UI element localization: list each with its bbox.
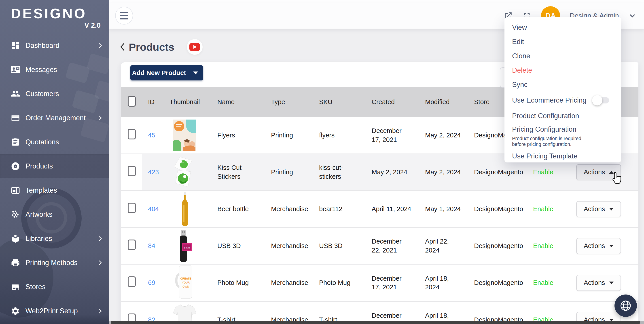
column-header-name[interactable]: Name	[205, 87, 258, 117]
menu-item-view[interactable]: View	[504, 20, 621, 35]
row-checkbox[interactable]	[128, 203, 136, 213]
sidebar-item-stores[interactable]: Stores	[0, 275, 109, 299]
horizontal-scrollbar[interactable]	[109, 321, 644, 324]
product-status[interactable]: Enable	[522, 302, 567, 322]
menu-item-label: Sync	[512, 81, 528, 89]
product-name: Beer bottle	[205, 191, 258, 228]
column-header-id[interactable]: ID	[142, 87, 164, 117]
sidebar-item-label: Order Management	[26, 114, 86, 122]
row-checkbox[interactable]	[128, 240, 136, 250]
menu-item-delete[interactable]: Delete	[504, 63, 621, 77]
actions-button[interactable]: Actions	[576, 201, 621, 217]
sidebar-item-customers[interactable]: Customers	[0, 82, 109, 106]
sidebar-item-order-management[interactable]: Order Management	[0, 106, 109, 130]
actions-button[interactable]: Actions	[576, 238, 621, 254]
row-checkbox[interactable]	[128, 166, 136, 176]
product-created-date: December 17, 2021	[359, 117, 415, 154]
column-header-thumbnail[interactable]: Thumbnail	[164, 87, 205, 117]
product-thumbnail[interactable]	[165, 303, 204, 322]
sidebar-item-quotations[interactable]: Quotations	[0, 130, 109, 154]
product-thumbnail[interactable]: 3 little	[165, 229, 204, 263]
select-all-checkbox[interactable]	[128, 96, 136, 107]
menu-item-label: Delete	[512, 66, 532, 74]
menu-item-pricing-configuration[interactable]: Pricing ConfigurationProduct configurati…	[504, 123, 621, 147]
products-icon	[11, 162, 20, 171]
sidebar-item-label: Web2Print Setup	[26, 307, 78, 315]
actions-button[interactable]: Actions	[576, 164, 621, 180]
ecommerce-pricing-toggle[interactable]	[593, 97, 609, 103]
toggle-knob	[592, 95, 602, 105]
sidebar-item-label: Artworks	[26, 211, 52, 219]
sidebar-item-printing-methods[interactable]: Printing Methods	[0, 251, 109, 275]
product-thumbnail[interactable]	[165, 120, 204, 151]
back-chevron-icon[interactable]	[118, 41, 126, 52]
horizontal-scrollbar-thumb[interactable]	[111, 321, 640, 324]
sidebar-item-messages[interactable]: Messages	[0, 58, 109, 82]
menu-item-clone[interactable]: Clone	[504, 49, 621, 63]
user-chevron-down-icon[interactable]	[628, 12, 636, 20]
product-status[interactable]: Enable	[522, 191, 567, 228]
menu-item-label: Use Ecommerce Pricing	[512, 96, 586, 104]
product-sku: kiss-cut-stickers	[306, 154, 359, 191]
product-status[interactable]: Enable	[522, 264, 567, 302]
product-type: Merchandise	[258, 191, 306, 228]
sidebar-item-dashboard[interactable]: Dashboard	[0, 33, 109, 58]
sidebar-item-label: Printing Methods	[26, 259, 78, 267]
hamburger-menu-button[interactable]	[115, 7, 133, 24]
product-name: T-shirt	[205, 302, 258, 322]
actions-button[interactable]: Actions	[576, 275, 621, 291]
menu-item-use-ecommerce-pricing[interactable]: Use Ecommerce Pricing	[504, 92, 621, 109]
product-id-link[interactable]: 404	[142, 191, 164, 228]
sidebar: DESIGNO V 2.0 DashboardMessagesCustomers…	[0, 0, 109, 324]
add-new-product-button[interactable]: Add New Product	[130, 65, 203, 80]
menu-item-label: Edit	[512, 38, 524, 46]
chevron-right-icon	[97, 259, 104, 266]
product-sku: bear112	[306, 191, 359, 228]
caret-icon	[609, 171, 614, 174]
product-id-link[interactable]: 82	[142, 302, 164, 322]
dashboard-icon	[11, 41, 20, 50]
product-created-date: December 17, 2021	[359, 264, 415, 302]
add-product-dropdown-toggle[interactable]	[188, 71, 203, 74]
hamburger-icon	[120, 12, 128, 13]
sidebar-item-web2print-setup[interactable]: Web2Print Setup	[0, 299, 109, 323]
sidebar-item-label: Stores	[26, 283, 46, 291]
product-thumbnail[interactable]	[165, 156, 204, 188]
printing-methods-icon	[11, 258, 20, 268]
product-name: Kiss Cut Stickers	[205, 154, 258, 191]
menu-item-label: Pricing Configuration	[512, 123, 621, 136]
row-checkbox[interactable]	[128, 276, 136, 287]
sidebar-item-templates[interactable]: Templates	[0, 178, 109, 202]
product-store: DesignoMagento	[466, 302, 522, 322]
column-header-type[interactable]: Type	[258, 87, 306, 117]
product-status[interactable]: Enable	[522, 228, 567, 264]
menu-item-label: Product Configuration	[512, 112, 579, 120]
sidebar-item-libraries[interactable]: Libraries	[0, 227, 109, 251]
product-thumbnail[interactable]	[165, 192, 204, 227]
sidebar-item-label: Templates	[26, 186, 57, 194]
product-id-link[interactable]: 45	[142, 117, 164, 154]
sidebar-item-artworks[interactable]: Artworks	[0, 202, 109, 227]
product-name: Photo Mug	[205, 264, 258, 302]
sidebar-item-products[interactable]: Products	[0, 154, 109, 178]
table-row: 69CREATEYOUROWNPhoto MugMerchandisePhoto…	[121, 264, 638, 302]
menu-item-use-pricing-template[interactable]: Use Pricing Template	[504, 149, 621, 163]
menu-item-product-configuration[interactable]: Product Configuration	[504, 109, 621, 123]
column-header-sku[interactable]: SKU	[306, 87, 359, 117]
product-id-link[interactable]: 423	[142, 154, 164, 191]
menu-item-sync[interactable]: Sync	[504, 77, 621, 92]
column-header-modified[interactable]: Modified	[415, 87, 466, 117]
youtube-help-button[interactable]	[187, 39, 202, 55]
column-header-created[interactable]: Created	[359, 87, 415, 117]
product-id-link[interactable]: 84	[142, 228, 164, 264]
product-sku: USB 3D	[306, 228, 359, 264]
menu-item-edit[interactable]: Edit	[504, 35, 621, 49]
product-sku: Photo Mug	[306, 264, 359, 302]
language-globe-button[interactable]	[614, 295, 637, 317]
product-id-link[interactable]: 69	[142, 264, 164, 302]
actions-button-label: Actions	[584, 242, 605, 250]
row-checkbox[interactable]	[128, 129, 136, 139]
svg-text:OWN: OWN	[182, 285, 189, 288]
product-thumbnail[interactable]: CREATEYOUROWN	[165, 265, 204, 301]
sidebar-item-label: Customers	[26, 90, 59, 98]
